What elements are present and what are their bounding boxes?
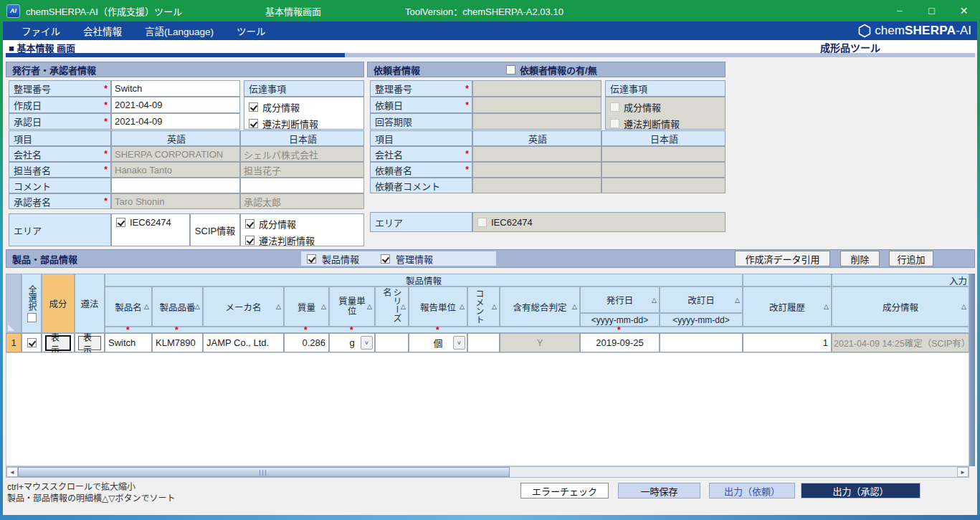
issuer-ref-no-input[interactable]: Switch: [111, 80, 240, 97]
requester-toggle-checkbox[interactable]: [506, 65, 515, 74]
row-select-checkbox[interactable]: [27, 338, 37, 347]
issuer-composition-checkbox[interactable]: [249, 102, 258, 112]
error-check-button[interactable]: エラーチェック: [520, 483, 609, 499]
row-product-name[interactable]: Switch: [105, 333, 152, 352]
issuer-create-date-input[interactable]: 2021-04-09: [111, 97, 240, 113]
grid-col-series[interactable]: シリーズ名△: [375, 287, 409, 327]
active-tab-underline: [6, 53, 345, 57]
horizontal-scrollbar-thumb[interactable]: [18, 467, 510, 477]
sort-icon[interactable]: △: [652, 297, 657, 304]
report-unit-dropdown-icon[interactable]: ˅: [453, 336, 465, 350]
requester-iec62474-checkbox: [477, 218, 487, 227]
issuer-approver-ja: 承認太郎: [240, 193, 364, 209]
row-mass[interactable]: 0.286: [284, 333, 329, 352]
menu-company-info[interactable]: 会社情報: [72, 21, 133, 40]
grid-col-part-number[interactable]: 製品品番△: [152, 287, 203, 327]
scip-compliance-checkbox[interactable]: [245, 236, 254, 245]
maximize-button[interactable]: □: [915, 0, 948, 21]
screen-name-label: 基本情報画面: [265, 4, 321, 18]
requester-toggle-label: 依頼者情報の有/無: [520, 63, 597, 77]
menu-file[interactable]: ファイル: [10, 21, 72, 40]
issuer-th-japanese: 日本語: [240, 130, 364, 146]
row-issue-date[interactable]: 2019-09-25: [580, 333, 660, 352]
mass-unit-dropdown-icon[interactable]: ˅: [361, 336, 373, 350]
grid-col-maker[interactable]: メーカ名△: [203, 287, 284, 327]
menu-bar: ファイル 会社情報 言語(Language) ツール chemSHERPA-AI: [0, 21, 980, 40]
requester-notes-box: 成分情報 遵法判断情報: [605, 97, 726, 130]
requester-name-ja: [601, 162, 726, 178]
requester-composition-label: 成分情報: [624, 100, 661, 114]
grid-col-composition-btn-header: 成分: [42, 274, 75, 333]
scip-info-label: SCIP情報: [190, 213, 240, 246]
grid-col-comment[interactable]: コメント△: [467, 287, 500, 327]
output-request-button[interactable]: 出力（依頼）: [709, 483, 795, 499]
row-revision-history[interactable]: 1: [743, 333, 832, 352]
scip-checks-box: 成分情報 遵法判断情報: [240, 213, 364, 246]
sort-icon[interactable]: △: [321, 303, 326, 310]
grid-col-judgement[interactable]: 含有総合判定△: [500, 287, 580, 327]
sort-icon[interactable]: △: [195, 303, 200, 310]
row-comment[interactable]: [467, 333, 500, 352]
sort-icon[interactable]: △: [460, 303, 465, 310]
issuer-notes-header: 伝達事項: [244, 80, 364, 97]
sort-icon[interactable]: △: [144, 303, 149, 310]
grid-col-mass-unit[interactable]: 質量単位△: [329, 287, 375, 327]
row-revision-date[interactable]: [660, 333, 743, 352]
iec62474-checkbox[interactable]: [116, 218, 125, 227]
grid-col-issue-date[interactable]: 発行日△: [580, 287, 660, 313]
sort-icon[interactable]: △: [824, 303, 829, 310]
requester-notes-header: 伝達事項: [605, 80, 726, 97]
grid-col-mass[interactable]: 質量△: [284, 287, 329, 327]
issuer-comment-en[interactable]: [111, 178, 240, 193]
issuer-comment-ja[interactable]: [240, 178, 364, 193]
grid-group-product-info: 製品情報: [105, 274, 743, 287]
window-bottom-border: [0, 515, 980, 520]
requester-iec62474-label: IEC62474: [491, 217, 533, 228]
requester-th-item: 項目: [370, 130, 472, 146]
sort-icon[interactable]: △: [735, 297, 740, 304]
issuer-approve-date-input[interactable]: 2021-04-09: [111, 113, 240, 130]
sort-icon[interactable]: △: [401, 303, 406, 310]
add-row-button[interactable]: 行追加: [889, 251, 933, 266]
scroll-right-arrow-icon[interactable]: ►: [957, 467, 969, 477]
vertical-scrollbar[interactable]: [969, 274, 975, 466]
row-maker[interactable]: JAMP Co., Ltd.: [203, 333, 284, 352]
requester-date-input: [472, 97, 601, 113]
product-info-toggle-checkbox[interactable]: [307, 254, 316, 264]
output-approve-button[interactable]: 出力（承認）: [801, 483, 920, 499]
sort-icon[interactable]: △: [276, 303, 281, 310]
temporary-save-button[interactable]: 一時保存: [618, 483, 700, 499]
scroll-left-arrow-icon[interactable]: ◄: [6, 467, 18, 477]
scip-composition-checkbox[interactable]: [245, 219, 254, 228]
horizontal-scrollbar[interactable]: ◄ ►: [6, 466, 969, 478]
issuer-ref-no-label: 整理番号*: [9, 80, 111, 97]
grid-col-report-unit[interactable]: 報告単位△: [409, 287, 467, 327]
scip-composition-label: 成分情報: [259, 217, 296, 231]
manage-info-toggle-checkbox[interactable]: [381, 254, 390, 264]
minimize-button[interactable]: −: [883, 0, 915, 21]
show-composition-button[interactable]: 表示: [45, 335, 71, 351]
sort-icon[interactable]: △: [492, 303, 497, 310]
import-existing-data-button[interactable]: 作成済データ引用: [735, 251, 830, 266]
grid-corner-cell[interactable]: [6, 274, 22, 333]
grid-group-empty: [743, 274, 832, 287]
menu-tools[interactable]: ツール: [225, 21, 277, 40]
sort-icon[interactable]: △: [961, 303, 966, 310]
sort-icon[interactable]: △: [367, 303, 372, 310]
sub-header: ■ 基本情報 画面 成形品ツール: [0, 40, 980, 53]
row-number-cell[interactable]: 1: [6, 333, 22, 352]
menu-language[interactable]: 言語(Language): [133, 21, 225, 40]
row-part-number[interactable]: KLM7890: [152, 333, 203, 352]
grid-col-revision-date[interactable]: 改訂日△: [660, 287, 743, 313]
issuer-compliance-checkbox[interactable]: [249, 119, 258, 128]
row-series[interactable]: [375, 333, 409, 352]
app-window: AI chemSHERPA-AI（作成支援）ツール 基本情報画面 ToolVer…: [0, 0, 980, 520]
grid-col-revision-history[interactable]: 改訂履歴△: [743, 287, 832, 327]
grid-col-product-name[interactable]: 製品名△: [105, 287, 152, 327]
grid-col-composition-info[interactable]: 成分情報△: [832, 287, 969, 327]
sort-icon[interactable]: △: [572, 303, 577, 310]
delete-row-button[interactable]: 削除: [840, 251, 880, 266]
show-compliance-button[interactable]: 表示: [78, 336, 101, 350]
select-all-checkbox[interactable]: [27, 313, 37, 322]
close-button[interactable]: ✕: [948, 0, 980, 21]
